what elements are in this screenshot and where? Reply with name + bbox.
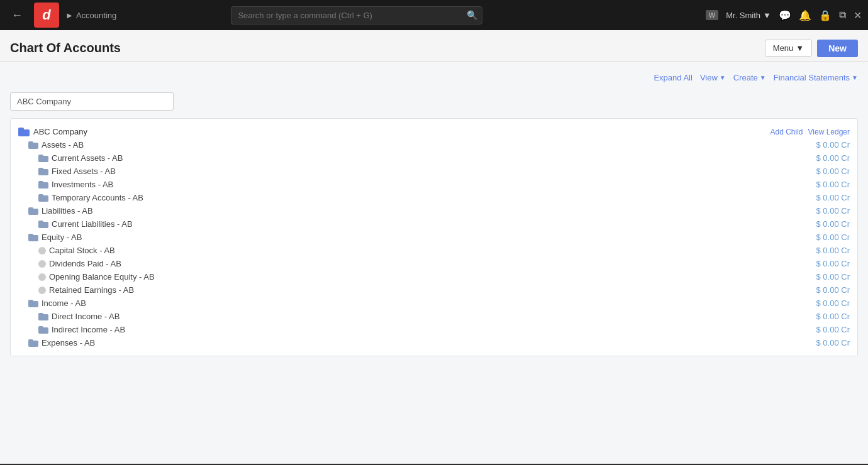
folder-icon [28,207,38,215]
window-icon[interactable]: ⧉ [839,9,846,21]
menu-button[interactable]: Menu ▼ [765,40,812,57]
tree-row-fixed-assets[interactable]: Fixed Assets - AB $ 0.00 Cr [11,165,857,178]
toolbar: Expand All View ▼ Create ▼ Financial Sta… [10,68,858,87]
tree-row-income[interactable]: Income - AB $ 0.00 Cr [11,297,857,310]
app-header: Chart Of Accounts Menu ▼ New [0,30,868,62]
financial-statements-label: Financial Statements [774,73,850,82]
app-logo: d [34,3,59,28]
create-chevron-icon: ▼ [760,74,766,81]
financial-statements-chevron-icon: ▼ [852,74,858,81]
lock-icon[interactable]: 🔒 [819,9,832,21]
expand-all-label: Expand All [654,73,692,82]
page-title: Chart Of Accounts [10,41,121,55]
view-button[interactable]: View ▼ [700,73,726,82]
tree-row-label: Equity - AB [42,232,816,242]
user-menu[interactable]: Mr. Smith ▼ [726,11,771,20]
root-folder-icon [18,128,30,136]
company-filter-input[interactable] [10,92,174,111]
folder-icon [38,326,48,334]
tree-row-label: Investments - AB [52,180,816,189]
tree-row-label: Assets - AB [42,140,816,150]
folder-icon [28,339,38,347]
tree-row-amount: $ 0.00 Cr [816,153,850,163]
accounts-tree: ABC Company Add Child View Ledger Assets… [10,118,858,356]
add-child-link[interactable]: Add Child [770,128,803,136]
folder-icon [38,155,48,162]
financial-statements-button[interactable]: Financial Statements ▼ [774,73,858,82]
folder-icon [38,168,48,175]
circle-icon [38,247,46,254]
folder-icon [28,234,38,241]
tree-row-current-liabilities[interactable]: Current Liabilities - AB $ 0.00 Cr [11,217,857,231]
menu-label: Menu [773,43,794,53]
header-actions: Menu ▼ New [765,40,858,57]
folder-icon [28,141,38,149]
top-bar: ← d ► Accounting 🔍 W Mr. Smith ▼ 💬 🔔 🔒 ⧉… [0,0,868,30]
tree-row-retained-earnings[interactable]: Retained Earnings - AB $ 0.00 Cr [11,283,857,297]
chat-icon[interactable]: 💬 [779,9,791,21]
bell-icon[interactable]: 🔔 [799,9,811,21]
tree-row-direct-income[interactable]: Direct Income - AB $ 0.00 Cr [11,310,857,323]
tree-row-amount: $ 0.00 Cr [816,206,850,216]
tree-row-equity[interactable]: Equity - AB $ 0.00 Cr [11,231,857,244]
user-chevron-icon: ▼ [763,11,771,20]
tree-row-amount: $ 0.00 Cr [816,272,850,282]
search-icon: 🔍 [467,10,477,20]
folder-icon [38,313,48,320]
tree-row-amount: $ 0.00 Cr [816,298,850,308]
tree-row-label: Capital Stock - AB [49,246,816,255]
breadcrumb: ► Accounting [65,11,116,20]
circle-icon [38,287,46,294]
tree-row-amount: $ 0.00 Cr [816,140,850,150]
top-actions: W Mr. Smith ▼ 💬 🔔 🔒 ⧉ ✕ [706,9,862,21]
content-area: Expand All View ▼ Create ▼ Financial Sta… [0,62,868,464]
view-ledger-link[interactable]: View Ledger [808,128,850,136]
tree-row-amount: $ 0.00 Cr [816,180,850,189]
close-icon[interactable]: ✕ [854,9,862,21]
folder-icon [38,221,48,228]
back-button[interactable]: ← [6,6,28,25]
tree-row-amount: $ 0.00 Cr [816,246,850,255]
tree-row-indirect-income[interactable]: Indirect Income - AB $ 0.00 Cr [11,323,857,336]
tree-row-label: Opening Balance Equity - AB [49,272,816,282]
w-badge: W [706,10,718,20]
folder-icon [38,181,48,189]
root-actions: Add Child View Ledger [770,128,850,136]
expand-all-button[interactable]: Expand All [654,73,692,82]
tree-row-assets[interactable]: Assets - AB $ 0.00 Cr [11,138,857,151]
tree-row-label: Liabilities - AB [42,206,816,216]
tree-rows: Assets - AB $ 0.00 Cr Current Assets - A… [11,138,857,349]
tree-row-amount: $ 0.00 Cr [816,325,850,334]
tree-row-amount: $ 0.00 Cr [816,338,850,347]
tree-row-label: Direct Income - AB [52,312,816,321]
tree-row-amount: $ 0.00 Cr [816,312,850,321]
menu-chevron-icon: ▼ [796,43,804,53]
new-button[interactable]: New [817,40,858,57]
tree-row-dividends-paid[interactable]: Dividends Paid - AB $ 0.00 Cr [11,257,857,270]
tree-row-liabilities[interactable]: Liabilities - AB $ 0.00 Cr [11,204,857,217]
tree-row-label: Retained Earnings - AB [49,285,816,295]
folder-icon [28,300,38,307]
user-name: Mr. Smith [726,11,760,20]
tree-root-row[interactable]: ABC Company Add Child View Ledger [11,125,857,138]
tree-row-investments[interactable]: Investments - AB $ 0.00 Cr [11,178,857,191]
tree-row-amount: $ 0.00 Cr [816,219,850,229]
tree-row-label: Current Assets - AB [52,153,816,163]
circle-icon [38,273,46,281]
tree-row-current-assets[interactable]: Current Assets - AB $ 0.00 Cr [11,151,857,165]
tree-row-temporary-accounts[interactable]: Temporary Accounts - AB $ 0.00 Cr [11,191,857,204]
tree-row-label: Dividends Paid - AB [49,259,816,268]
search-bar: 🔍 [231,6,482,25]
tree-row-capital-stock[interactable]: Capital Stock - AB $ 0.00 Cr [11,244,857,257]
tree-row-amount: $ 0.00 Cr [816,259,850,268]
tree-row-amount: $ 0.00 Cr [816,167,850,176]
search-input[interactable] [231,6,482,25]
tree-row-amount: $ 0.00 Cr [816,285,850,295]
create-button[interactable]: Create ▼ [733,73,766,82]
tree-row-label: Temporary Accounts - AB [52,193,816,202]
root-label: ABC Company [33,127,762,136]
create-label: Create [733,73,758,82]
tree-row-expenses[interactable]: Expenses - AB $ 0.00 Cr [11,336,857,349]
tree-row-opening-balance-equity[interactable]: Opening Balance Equity - AB $ 0.00 Cr [11,270,857,283]
view-chevron-icon: ▼ [720,74,726,81]
